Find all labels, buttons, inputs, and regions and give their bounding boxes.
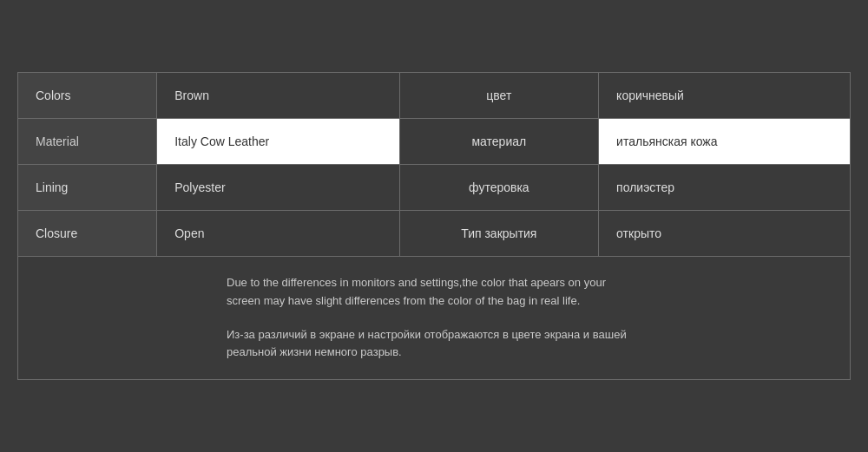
note-russian: Из-за различий в экране и настройки отоб… bbox=[227, 326, 641, 363]
table-row-lining: Lining Polyester футеровка полиэстер bbox=[18, 164, 850, 210]
note-section: Due to the differences in monitors and s… bbox=[18, 257, 850, 379]
table-row-closure: Closure Open Тип закрытия открыто bbox=[18, 210, 850, 256]
label-lining: Lining bbox=[18, 164, 157, 210]
russian-label-lining: футеровка bbox=[399, 164, 599, 210]
product-info-container: Colors Brown цвет коричневый Material It… bbox=[17, 72, 851, 380]
russian-value-lining: полиэстер bbox=[599, 164, 850, 210]
label-closure: Closure bbox=[18, 210, 157, 256]
russian-label-colors: цвет bbox=[399, 73, 599, 119]
russian-label-material: материал bbox=[399, 118, 599, 164]
russian-label-closure: Тип закрытия bbox=[399, 210, 599, 256]
russian-value-closure: открыто bbox=[599, 210, 850, 256]
product-table: Colors Brown цвет коричневый Material It… bbox=[18, 73, 850, 257]
english-colors: Brown bbox=[157, 73, 399, 119]
note-english: Due to the differences in monitors and s… bbox=[227, 274, 641, 311]
table-row-colors: Colors Brown цвет коричневый bbox=[18, 73, 850, 119]
russian-value-colors: коричневый bbox=[599, 73, 850, 119]
english-lining: Polyester bbox=[157, 164, 399, 210]
label-material: Material bbox=[18, 118, 157, 164]
russian-value-material: итальянская кожа bbox=[599, 118, 850, 164]
english-closure: Open bbox=[157, 210, 399, 256]
label-colors: Colors bbox=[18, 73, 157, 119]
table-row-material: Material Italy Cow Leather материал итал… bbox=[18, 118, 850, 164]
english-material: Italy Cow Leather bbox=[157, 118, 399, 164]
